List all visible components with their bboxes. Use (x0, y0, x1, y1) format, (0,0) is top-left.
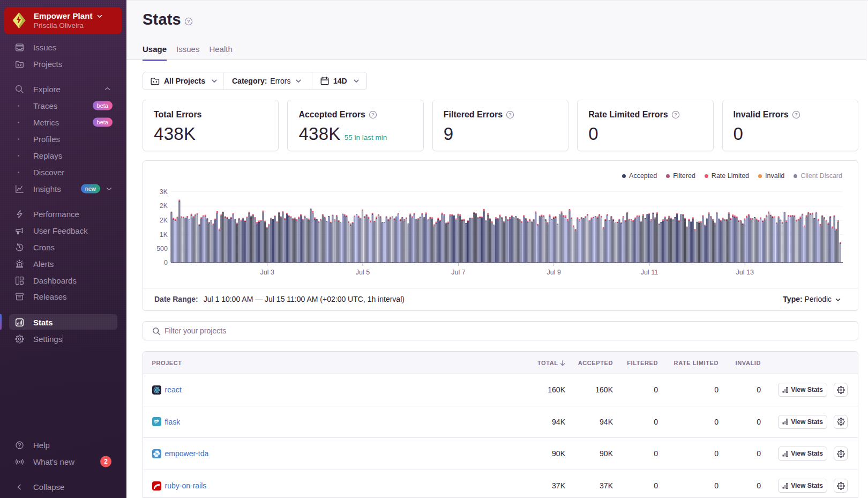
svg-text:3K: 3K (160, 188, 168, 196)
svg-text:Jul 3: Jul 3 (260, 269, 274, 276)
svg-text:?: ? (795, 112, 798, 117)
svg-text:1K: 1K (160, 231, 168, 239)
svg-text:2K: 2K (160, 202, 168, 210)
svg-text:?: ? (187, 18, 190, 24)
svg-text:Jul 11: Jul 11 (641, 269, 658, 276)
svg-text:500: 500 (156, 245, 168, 252)
svg-text:Jul 5: Jul 5 (356, 269, 370, 276)
svg-text:Jul 7: Jul 7 (451, 269, 465, 276)
svg-text:0: 0 (164, 259, 168, 266)
svg-text:?: ? (508, 112, 512, 117)
svg-text:?: ? (674, 112, 677, 117)
svg-text:Jul 13: Jul 13 (736, 269, 754, 276)
svg-text:2K: 2K (160, 217, 168, 224)
svg-text:Jul 9: Jul 9 (547, 269, 560, 276)
svg-text:?: ? (371, 112, 375, 117)
